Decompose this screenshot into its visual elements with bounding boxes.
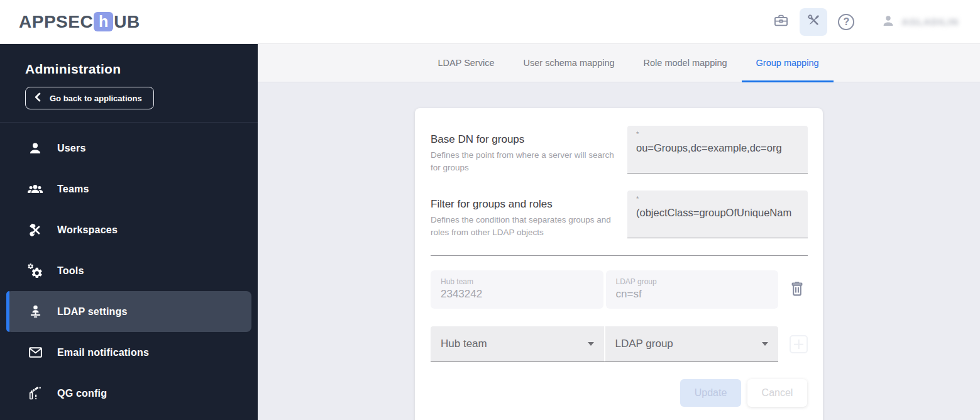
sidebar-item-label: LDAP settings <box>57 306 128 318</box>
ldap-group-select[interactable]: LDAP group <box>605 326 779 362</box>
sidebar-title: Administration <box>25 62 239 77</box>
mapping-fields: Hub team 2343242 LDAP group cn=sf <box>431 270 778 309</box>
sidebar-item-qg-config[interactable]: QG config <box>6 373 251 414</box>
hub-team-select[interactable]: Hub team <box>431 326 604 362</box>
base-dn-info: Base DN for groups Defines the point fro… <box>431 126 619 174</box>
ldap-tabs: LDAP Service User schema mapping Role mo… <box>258 44 980 82</box>
add-mapping-button[interactable] <box>790 335 808 353</box>
base-dn-field-row: Base DN for groups Defines the point fro… <box>431 126 808 174</box>
admin-sidebar: Administration Go back to applications <box>0 44 258 420</box>
help-button[interactable]: ? <box>832 8 860 36</box>
go-back-label: Go back to applications <box>50 94 142 103</box>
sidebar-nav: Users Teams <box>0 123 258 414</box>
logo-prefix: APPSEC <box>19 12 93 32</box>
teams-icon <box>27 181 43 197</box>
sidebar-item-label: Email notifications <box>57 347 149 358</box>
hammer-wrench-icon <box>27 222 43 238</box>
filter-value: (objectClass=groupOfUniqueNam <box>636 207 799 219</box>
content-area: Base DN for groups Defines the point fro… <box>258 82 980 420</box>
sidebar-header: Administration Go back to applications <box>0 44 258 122</box>
person-icon <box>27 140 43 157</box>
chevron-down-icon <box>588 342 594 346</box>
group-mapping-card: Base DN for groups Defines the point fro… <box>415 108 823 420</box>
chevron-left-icon <box>35 92 41 104</box>
hub-team-field-label: Hub team <box>441 277 593 286</box>
card-divider <box>431 255 808 256</box>
base-dn-description: Defines the point from where a server wi… <box>431 149 619 174</box>
gears-icon <box>27 263 43 279</box>
app-screen: APPSEC h UB <box>0 0 980 420</box>
username-label: AGLADILIN <box>901 16 959 27</box>
sidebar-item-email-notifications[interactable]: Email notifications <box>6 332 251 373</box>
user-menu[interactable]: AGLADILIN <box>881 14 959 30</box>
base-dn-input[interactable]: * ou=Groups,dc=example,dc=org <box>627 126 808 174</box>
filter-field-row: Filter for groups and roles Defines the … <box>431 191 808 238</box>
sidebar-item-label: QG config <box>57 388 107 399</box>
delete-mapping-button[interactable] <box>786 279 808 301</box>
filter-info: Filter for groups and roles Defines the … <box>431 191 619 238</box>
hub-team-field: Hub team 2343242 <box>431 270 603 309</box>
hub-team-field-value: 2343242 <box>441 288 593 301</box>
wrench-screwdriver-icon <box>805 12 822 31</box>
required-marker: * <box>636 196 799 202</box>
required-marker: * <box>636 131 799 138</box>
ldap-group-field-label: LDAP group <box>616 277 769 286</box>
help-icon: ? <box>838 14 854 30</box>
mapping-row: Hub team 2343242 LDAP group cn=sf <box>431 270 808 309</box>
sidebar-item-label: Workspaces <box>57 224 118 236</box>
tab-ldap-service[interactable]: LDAP Service <box>423 44 509 82</box>
hub-team-select-label: Hub team <box>441 338 487 350</box>
admin-tools-button[interactable] <box>800 8 827 36</box>
main-area: LDAP Service User schema mapping Role mo… <box>258 44 980 420</box>
filter-description: Defines the condition that separates gro… <box>431 214 619 238</box>
filter-input[interactable]: * (objectClass=groupOfUniqueNam <box>627 191 808 238</box>
tab-role-model-mapping[interactable]: Role model mapping <box>629 44 742 82</box>
boom-barrier-icon <box>27 385 43 402</box>
ldap-group-field-value: cn=sf <box>616 288 769 301</box>
go-back-to-applications-button[interactable]: Go back to applications <box>25 87 154 109</box>
topbar: APPSEC h UB <box>0 0 980 44</box>
sidebar-item-tools[interactable]: Tools <box>6 250 251 291</box>
briefcase-icon <box>773 12 790 31</box>
sidebar-item-label: Tools <box>57 265 84 277</box>
filter-label: Filter for groups and roles <box>431 198 619 211</box>
tab-user-schema-mapping[interactable]: User schema mapping <box>509 44 629 82</box>
ldap-group-field: LDAP group cn=sf <box>606 270 779 309</box>
ldap-group-select-label: LDAP group <box>615 338 673 350</box>
base-dn-label: Base DN for groups <box>431 133 619 146</box>
trash-icon <box>788 279 806 300</box>
ldap-person-hub-icon <box>27 304 43 320</box>
logo-suffix: UB <box>114 12 140 32</box>
topbar-actions: ? AGLADILIN <box>767 8 959 36</box>
base-dn-value: ou=Groups,dc=example,dc=org <box>636 142 799 154</box>
chevron-down-icon <box>762 342 768 346</box>
cancel-button[interactable]: Cancel <box>747 379 807 407</box>
new-mapping-row: Hub team LDAP group <box>431 326 808 362</box>
logo-h-icon: h <box>94 12 113 31</box>
user-avatar-icon <box>881 14 895 30</box>
sidebar-item-label: Teams <box>57 184 89 195</box>
toolbox-button[interactable] <box>767 8 795 36</box>
sidebar-item-label: Users <box>57 143 85 154</box>
sidebar-item-ldap-settings[interactable]: LDAP settings <box>6 291 251 332</box>
sidebar-item-teams[interactable]: Teams <box>6 169 251 209</box>
update-button[interactable]: Update <box>680 379 741 407</box>
appsechub-logo: APPSEC h UB <box>19 12 140 32</box>
tab-group-mapping[interactable]: Group mapping <box>742 44 834 82</box>
sidebar-item-users[interactable]: Users <box>6 128 251 169</box>
sidebar-item-workspaces[interactable]: Workspaces <box>6 209 251 250</box>
envelope-icon <box>27 345 43 361</box>
card-actions: Update Cancel <box>431 379 808 407</box>
new-mapping-selects: Hub team LDAP group <box>431 326 778 362</box>
